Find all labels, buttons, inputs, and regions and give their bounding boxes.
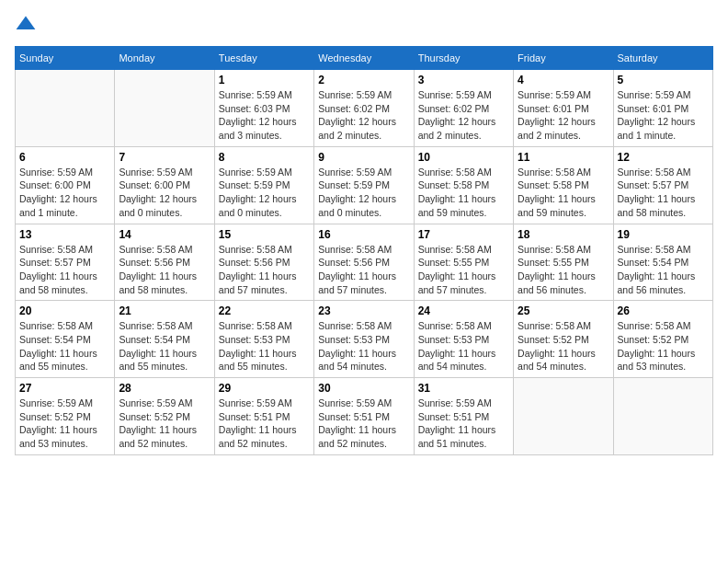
page-header (15, 15, 713, 37)
calendar-week-row: 6Sunrise: 5:59 AMSunset: 6:00 PMDaylight… (16, 146, 713, 224)
day-info: Sunrise: 5:58 AMSunset: 5:55 PMDaylight:… (518, 243, 609, 297)
day-info: Sunrise: 5:58 AMSunset: 5:56 PMDaylight:… (119, 243, 210, 297)
calendar-cell: 21Sunrise: 5:58 AMSunset: 5:54 PMDayligh… (115, 301, 214, 378)
day-number: 22 (219, 304, 310, 317)
calendar-cell: 30Sunrise: 5:59 AMSunset: 5:51 PMDayligh… (314, 378, 414, 455)
day-number: 16 (318, 228, 409, 241)
day-number: 14 (119, 228, 210, 241)
weekday-header-row: SundayMondayTuesdayWednesdayThursdayFrid… (16, 47, 713, 70)
calendar-cell: 28Sunrise: 5:59 AMSunset: 5:52 PMDayligh… (115, 378, 214, 455)
day-info: Sunrise: 5:58 AMSunset: 5:57 PMDaylight:… (19, 243, 110, 297)
day-number: 20 (19, 304, 110, 317)
calendar-cell: 15Sunrise: 5:58 AMSunset: 5:56 PMDayligh… (214, 224, 313, 301)
day-info: Sunrise: 5:58 AMSunset: 5:53 PMDaylight:… (219, 319, 310, 373)
calendar-cell: 27Sunrise: 5:59 AMSunset: 5:52 PMDayligh… (16, 378, 115, 455)
day-info: Sunrise: 5:59 AMSunset: 5:52 PMDaylight:… (119, 396, 210, 451)
day-info: Sunrise: 5:59 AMSunset: 5:59 PMDaylight:… (318, 166, 409, 220)
calendar-cell: 24Sunrise: 5:58 AMSunset: 5:53 PMDayligh… (414, 301, 513, 378)
day-number: 29 (219, 382, 310, 395)
day-info: Sunrise: 5:58 AMSunset: 5:56 PMDaylight:… (219, 243, 310, 297)
calendar-cell: 11Sunrise: 5:58 AMSunset: 5:58 PMDayligh… (514, 146, 613, 224)
calendar-cell: 12Sunrise: 5:58 AMSunset: 5:57 PMDayligh… (613, 146, 712, 224)
calendar-cell: 14Sunrise: 5:58 AMSunset: 5:56 PMDayligh… (115, 224, 214, 301)
day-info: Sunrise: 5:58 AMSunset: 5:58 PMDaylight:… (418, 166, 509, 220)
day-info: Sunrise: 5:58 AMSunset: 5:54 PMDaylight:… (19, 319, 110, 373)
day-number: 25 (518, 304, 609, 317)
day-number: 8 (219, 151, 310, 164)
calendar-cell: 26Sunrise: 5:58 AMSunset: 5:52 PMDayligh… (613, 301, 712, 378)
day-info: Sunrise: 5:59 AMSunset: 6:02 PMDaylight:… (318, 88, 409, 143)
day-number: 6 (19, 151, 110, 164)
day-info: Sunrise: 5:59 AMSunset: 6:02 PMDaylight:… (418, 88, 509, 143)
day-info: Sunrise: 5:59 AMSunset: 6:01 PMDaylight:… (518, 88, 609, 143)
calendar-cell (514, 378, 613, 455)
day-number: 18 (518, 228, 609, 241)
day-number: 13 (19, 228, 110, 241)
day-number: 24 (418, 304, 509, 317)
calendar-cell (16, 70, 115, 147)
logo (15, 15, 40, 37)
day-info: Sunrise: 5:58 AMSunset: 5:53 PMDaylight:… (418, 319, 509, 373)
day-info: Sunrise: 5:59 AMSunset: 5:52 PMDaylight:… (19, 396, 110, 451)
day-number: 4 (518, 74, 609, 86)
weekday-header: Friday (514, 47, 613, 70)
day-info: Sunrise: 5:59 AMSunset: 6:03 PMDaylight:… (219, 88, 310, 143)
logo-icon (15, 15, 37, 37)
calendar-cell: 5Sunrise: 5:59 AMSunset: 6:01 PMDaylight… (613, 70, 712, 147)
day-number: 21 (119, 304, 210, 317)
day-info: Sunrise: 5:58 AMSunset: 5:53 PMDaylight:… (318, 319, 409, 373)
calendar-week-row: 13Sunrise: 5:58 AMSunset: 5:57 PMDayligh… (16, 224, 713, 301)
day-number: 31 (418, 382, 509, 395)
calendar-cell: 16Sunrise: 5:58 AMSunset: 5:56 PMDayligh… (314, 224, 414, 301)
calendar-cell: 1Sunrise: 5:59 AMSunset: 6:03 PMDaylight… (214, 70, 313, 147)
weekday-header: Monday (115, 47, 214, 70)
calendar-cell: 18Sunrise: 5:58 AMSunset: 5:55 PMDayligh… (514, 224, 613, 301)
day-info: Sunrise: 5:59 AMSunset: 5:51 PMDaylight:… (418, 396, 509, 451)
calendar-table: SundayMondayTuesdayWednesdayThursdayFrid… (15, 46, 713, 455)
calendar-cell: 23Sunrise: 5:58 AMSunset: 5:53 PMDayligh… (314, 301, 414, 378)
calendar-cell: 7Sunrise: 5:59 AMSunset: 6:00 PMDaylight… (115, 146, 214, 224)
day-info: Sunrise: 5:58 AMSunset: 5:54 PMDaylight:… (119, 319, 210, 373)
day-number: 11 (518, 151, 609, 164)
day-number: 30 (318, 382, 409, 395)
day-info: Sunrise: 5:59 AMSunset: 6:00 PMDaylight:… (19, 166, 110, 220)
svg-marker-0 (17, 17, 36, 29)
day-info: Sunrise: 5:58 AMSunset: 5:58 PMDaylight:… (518, 166, 609, 220)
calendar-cell: 31Sunrise: 5:59 AMSunset: 5:51 PMDayligh… (414, 378, 513, 455)
calendar-cell: 9Sunrise: 5:59 AMSunset: 5:59 PMDaylight… (314, 146, 414, 224)
day-info: Sunrise: 5:59 AMSunset: 5:51 PMDaylight:… (219, 396, 310, 451)
day-info: Sunrise: 5:59 AMSunset: 5:59 PMDaylight:… (219, 166, 310, 220)
day-number: 27 (19, 382, 110, 395)
day-number: 1 (219, 74, 310, 86)
day-number: 26 (618, 304, 709, 317)
calendar-cell: 29Sunrise: 5:59 AMSunset: 5:51 PMDayligh… (214, 378, 313, 455)
day-info: Sunrise: 5:58 AMSunset: 5:54 PMDaylight:… (618, 243, 709, 297)
weekday-header: Sunday (16, 47, 115, 70)
calendar-cell: 17Sunrise: 5:58 AMSunset: 5:55 PMDayligh… (414, 224, 513, 301)
calendar-cell (613, 378, 712, 455)
calendar-cell: 4Sunrise: 5:59 AMSunset: 6:01 PMDaylight… (514, 70, 613, 147)
day-number: 7 (119, 151, 210, 164)
day-number: 3 (418, 74, 509, 86)
calendar-cell: 19Sunrise: 5:58 AMSunset: 5:54 PMDayligh… (613, 224, 712, 301)
day-number: 15 (219, 228, 310, 241)
weekday-header: Thursday (414, 47, 513, 70)
calendar-week-row: 27Sunrise: 5:59 AMSunset: 5:52 PMDayligh… (16, 378, 713, 455)
calendar-cell: 25Sunrise: 5:58 AMSunset: 5:52 PMDayligh… (514, 301, 613, 378)
day-info: Sunrise: 5:59 AMSunset: 6:00 PMDaylight:… (119, 166, 210, 220)
calendar-cell: 22Sunrise: 5:58 AMSunset: 5:53 PMDayligh… (214, 301, 313, 378)
day-number: 17 (418, 228, 509, 241)
day-info: Sunrise: 5:58 AMSunset: 5:56 PMDaylight:… (318, 243, 409, 297)
day-info: Sunrise: 5:59 AMSunset: 5:51 PMDaylight:… (318, 396, 409, 451)
calendar-cell: 6Sunrise: 5:59 AMSunset: 6:00 PMDaylight… (16, 146, 115, 224)
calendar-cell: 2Sunrise: 5:59 AMSunset: 6:02 PMDaylight… (314, 70, 414, 147)
day-info: Sunrise: 5:58 AMSunset: 5:52 PMDaylight:… (518, 319, 609, 373)
day-number: 28 (119, 382, 210, 395)
day-number: 9 (318, 151, 409, 164)
calendar-cell: 3Sunrise: 5:59 AMSunset: 6:02 PMDaylight… (414, 70, 513, 147)
calendar-cell: 20Sunrise: 5:58 AMSunset: 5:54 PMDayligh… (16, 301, 115, 378)
day-number: 10 (418, 151, 509, 164)
calendar-cell (115, 70, 214, 147)
day-number: 19 (618, 228, 709, 241)
weekday-header: Saturday (613, 47, 712, 70)
